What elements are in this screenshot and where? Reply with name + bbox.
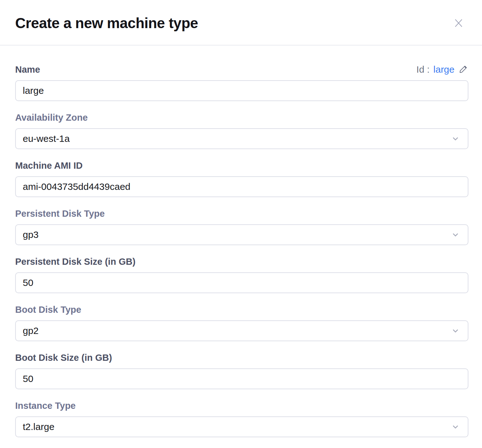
field-instance-type: Instance Type t2.large bbox=[15, 401, 468, 437]
chevron-down-icon bbox=[451, 327, 460, 335]
field-persistent-disk-type: Persistent Disk Type gp3 bbox=[15, 209, 468, 245]
boot-disk-type-label: Boot Disk Type bbox=[15, 305, 81, 315]
instance-type-value: t2.large bbox=[23, 421, 54, 432]
name-input[interactable] bbox=[15, 80, 468, 101]
chevron-down-icon bbox=[451, 135, 460, 143]
chevron-down-icon bbox=[451, 423, 460, 431]
persistent-disk-type-value: gp3 bbox=[23, 229, 39, 240]
name-label: Name bbox=[15, 64, 40, 75]
modal-header: Create a new machine type bbox=[0, 0, 482, 45]
availability-zone-value: eu-west-1a bbox=[23, 133, 70, 144]
field-boot-disk-size: Boot Disk Size (in GB) bbox=[15, 353, 468, 389]
close-icon bbox=[453, 17, 464, 28]
persistent-disk-size-label: Persistent Disk Size (in GB) bbox=[15, 257, 135, 267]
field-name: Name Id : large bbox=[15, 64, 468, 101]
machine-ami-id-input[interactable] bbox=[15, 176, 468, 197]
create-machine-type-modal: Create a new machine type Name Id : larg… bbox=[0, 0, 482, 437]
modal-body: Name Id : large Availa bbox=[0, 45, 482, 437]
field-boot-disk-type: Boot Disk Type gp2 bbox=[15, 305, 468, 341]
field-availability-zone: Availability Zone eu-west-1a bbox=[15, 112, 468, 149]
id-display: Id : large bbox=[417, 64, 468, 75]
boot-disk-type-value: gp2 bbox=[23, 325, 39, 336]
pencil-icon bbox=[458, 64, 468, 75]
persistent-disk-type-label: Persistent Disk Type bbox=[15, 209, 105, 219]
id-value: large bbox=[433, 64, 454, 75]
close-button[interactable] bbox=[453, 17, 464, 28]
boot-disk-type-select[interactable]: gp2 bbox=[15, 320, 468, 341]
chevron-down-icon bbox=[451, 231, 460, 239]
instance-type-select[interactable]: t2.large bbox=[15, 416, 468, 437]
persistent-disk-type-select[interactable]: gp3 bbox=[15, 224, 468, 245]
availability-zone-select[interactable]: eu-west-1a bbox=[15, 128, 468, 149]
availability-zone-label: Availability Zone bbox=[15, 112, 88, 123]
machine-ami-id-label: Machine AMI ID bbox=[15, 160, 83, 171]
field-persistent-disk-size: Persistent Disk Size (in GB) bbox=[15, 257, 468, 293]
boot-disk-size-label: Boot Disk Size (in GB) bbox=[15, 353, 112, 363]
page-title: Create a new machine type bbox=[15, 16, 198, 30]
persistent-disk-size-input[interactable] bbox=[15, 272, 468, 293]
field-machine-ami-id: Machine AMI ID bbox=[15, 160, 468, 197]
id-prefix: Id : bbox=[417, 64, 430, 75]
edit-id-button[interactable] bbox=[458, 64, 468, 75]
instance-type-label: Instance Type bbox=[15, 401, 76, 411]
boot-disk-size-input[interactable] bbox=[15, 368, 468, 389]
